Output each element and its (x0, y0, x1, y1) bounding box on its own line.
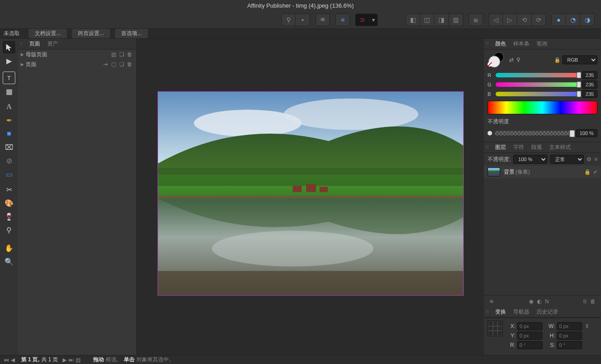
link-wh-icon[interactable]: ⇕ (585, 323, 589, 329)
lock-icon[interactable]: 🔒 (554, 57, 560, 63)
spread-setup-button[interactable]: 跨页设置... (71, 28, 111, 39)
panel-grip-icon[interactable]: ⠿ (486, 310, 489, 315)
channel-r-input[interactable] (582, 71, 597, 79)
tab-character[interactable]: 字符 (510, 144, 528, 151)
layer-opacity-select[interactable]: 100 % (513, 155, 547, 164)
canvas[interactable] (137, 39, 484, 355)
page-delete-icon[interactable]: 🗑 (126, 61, 134, 67)
tab-pages[interactable]: 页面 (26, 40, 44, 48)
panel-grip-icon[interactable]: ⠿ (20, 41, 23, 46)
tab-history[interactable]: 历史记录 (533, 308, 562, 316)
prev-page-icon[interactable]: ◀ (11, 357, 15, 363)
baseline-grid-icon[interactable]: ≡ (335, 13, 350, 26)
x-input[interactable] (517, 322, 542, 330)
rotate-ccw-icon[interactable]: ⟲ (517, 13, 532, 26)
r-input[interactable] (517, 341, 542, 349)
page-single-icon[interactable]: ▢ (109, 61, 117, 67)
disclosure-triangle-icon[interactable]: ▶ (21, 52, 24, 57)
tab-text-styles[interactable]: 文本样式 (546, 144, 574, 151)
place-image-tool-icon[interactable]: ▭ (3, 168, 15, 180)
layer-row[interactable]: 背景 (像素) 🔒 ✔ (484, 166, 601, 178)
transparency-tool-icon[interactable]: 🍷 (3, 210, 15, 223)
align-justify-icon[interactable]: ▥ (449, 13, 463, 26)
pin-icon[interactable]: ⚲ (281, 13, 296, 26)
move-tool-icon[interactable] (3, 41, 15, 54)
pen-tool-icon[interactable]: ✒ (3, 114, 15, 126)
tab-transform[interactable]: 变换 (492, 308, 510, 316)
persona-designer-icon[interactable]: ◔ (566, 13, 580, 26)
page-props-icon[interactable]: ⇥ (101, 61, 109, 67)
document-image[interactable] (158, 91, 464, 296)
tab-assets[interactable]: 资产 (44, 40, 62, 48)
w-input[interactable] (557, 322, 582, 330)
page-dup-icon[interactable]: ❏ (117, 61, 126, 67)
master-pages-row[interactable]: ▶ 母版页面 ▤ ❏ 🗑 (18, 49, 136, 59)
eyedropper-icon[interactable]: ⚲ (516, 57, 520, 63)
layers-stack-icon[interactable]: ≋ (489, 298, 494, 305)
align-left-icon[interactable]: ◧ (406, 13, 420, 26)
vector-crop-tool-icon[interactable]: ✂ (3, 183, 15, 196)
snapping-dropdown-icon[interactable]: ▾ (370, 13, 378, 26)
channel-b-slider[interactable] (496, 92, 579, 96)
zoom-tool-icon[interactable]: 🔍 (3, 255, 15, 268)
persona-photo-icon[interactable]: ◑ (580, 13, 595, 26)
layer-visible-icon[interactable]: ✔ (593, 169, 597, 175)
fx-icon[interactable]: fx (545, 298, 549, 305)
s-input[interactable] (557, 341, 582, 349)
layer-menu-icon[interactable]: ≡ (594, 156, 597, 162)
color-mode-select[interactable]: RGB (562, 55, 597, 64)
panel-grip-icon[interactable]: ⠿ (486, 145, 489, 150)
channel-g-slider[interactable] (496, 82, 579, 87)
opacity-input[interactable] (576, 129, 597, 137)
tab-swatches[interactable]: 样本条 (510, 40, 533, 48)
hue-strip[interactable] (488, 101, 597, 114)
tab-stroke[interactable]: 笔画 (533, 40, 551, 48)
h-input[interactable] (557, 332, 582, 340)
fill-tool-icon[interactable]: 🎨 (3, 197, 15, 209)
page-add-icon[interactable]: ❏ (117, 51, 126, 58)
color-swatches[interactable] (488, 52, 506, 67)
document-setup-button[interactable]: 文档设置... (28, 28, 68, 39)
channel-r-slider[interactable] (496, 73, 579, 77)
adjust-icon[interactable]: ◐ (537, 298, 542, 305)
opacity-slider[interactable] (495, 131, 573, 135)
artistic-text-tool-icon[interactable]: A (3, 100, 15, 113)
view-tool-icon[interactable]: ✋ (3, 242, 15, 254)
preferences-button[interactable]: 首选项... (114, 28, 149, 39)
delete-layer-icon[interactable]: 🗑 (590, 298, 596, 305)
flip-v-icon[interactable]: ▷ (503, 13, 517, 26)
panel-grip-icon[interactable]: ⠿ (486, 41, 489, 46)
layer-settings-icon[interactable]: ⚙ (587, 156, 592, 162)
snapping-icon[interactable]: ⊃ (355, 13, 370, 26)
align-right-icon[interactable]: ◨ (434, 13, 449, 26)
tab-navigator[interactable]: 导航器 (510, 308, 533, 316)
swap-colors-icon[interactable]: ⇄ (509, 57, 514, 63)
color-picker-tool-icon[interactable]: ⚲ (3, 224, 15, 236)
last-page-icon[interactable]: ⏭ (68, 357, 74, 363)
blend-mode-select[interactable]: 正常 (550, 155, 584, 164)
anchor-grid[interactable] (488, 321, 503, 336)
arrange-icon[interactable]: ≣ (469, 13, 483, 26)
shape-tool-icon[interactable]: ⊘ (3, 154, 15, 167)
add-layer-icon[interactable]: ⎘ (583, 298, 587, 305)
node-tool-icon[interactable]: ▶ (3, 54, 15, 67)
preview-icon[interactable]: 👁 (316, 13, 330, 26)
tab-paragraph[interactable]: 段落 (528, 144, 546, 151)
page-list-icon[interactable]: ▤ (109, 51, 117, 58)
table-tool-icon[interactable]: ▦ (3, 85, 15, 98)
tab-layers[interactable]: 图层 (492, 144, 510, 151)
first-page-icon[interactable]: ⏮ (4, 357, 9, 363)
next-page-icon[interactable]: ▶ (63, 357, 67, 363)
persona-publisher-icon[interactable]: ● (551, 13, 566, 26)
pages-row[interactable]: ▶ 页面 ⇥ ▢ ❏ 🗑 (18, 59, 136, 69)
channel-b-input[interactable] (582, 90, 597, 98)
page-list-icon[interactable]: ▤ (76, 357, 81, 363)
pin-small-icon[interactable]: ▪ (296, 13, 310, 26)
rectangle-tool-icon[interactable]: ■ (3, 127, 15, 140)
text-frame-tool-icon[interactable]: T (3, 72, 15, 84)
mask-icon[interactable]: ◉ (529, 298, 533, 305)
y-input[interactable] (517, 332, 542, 340)
disclosure-triangle-icon[interactable]: ▶ (21, 62, 24, 67)
layer-lock-icon[interactable]: 🔒 (584, 169, 591, 175)
page-delete-icon[interactable]: 🗑 (126, 51, 134, 58)
